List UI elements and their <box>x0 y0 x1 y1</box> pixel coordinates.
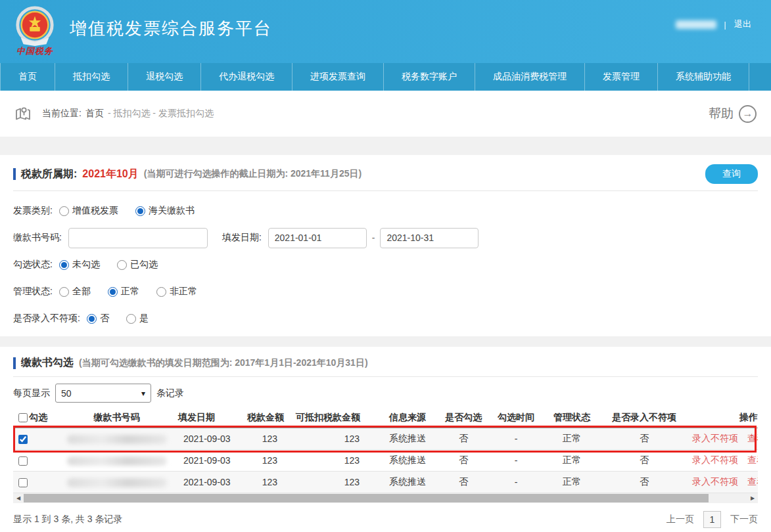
mismatch-row: 是否录入不符项: 否 是 <box>13 309 758 328</box>
query-button[interactable]: 查询 <box>705 164 758 184</box>
app-title: 增值税发票综合服务平台 <box>70 17 272 40</box>
payment-check-section-header: 缴款书勾选 (当期可勾选缴款书的填发日期范围为: 2017年1月1日-2021年… <box>13 347 758 377</box>
manage-status-label: 管理状态: <box>13 286 53 298</box>
payment-no-label: 缴款书号码: <box>13 232 62 244</box>
redacted-username <box>676 20 716 29</box>
nav-tab-agent-refund-check[interactable]: 代办退税勾选 <box>201 63 292 91</box>
table-footer: 显示 1 到 3 条, 共 3 条记录 上一页 1 下一页 <box>13 511 758 528</box>
radio-mismatch-yes[interactable] <box>126 314 136 324</box>
logout-link[interactable]: 退出 <box>734 18 751 30</box>
radio-all[interactable] <box>59 287 69 297</box>
tax-period-note: (当期可进行勾选操作的截止日期为: 2021年11月25日) <box>144 168 362 180</box>
pagination: 上一页 1 下一页 <box>666 511 758 528</box>
nav-tab-oil-consumption-tax[interactable]: 成品油消费税管理 <box>475 63 585 91</box>
select-all-checkbox[interactable] <box>18 413 28 422</box>
page-size-select[interactable]: 50 ▾ <box>55 384 151 403</box>
divider-band <box>0 336 771 347</box>
check-status-row: 勾选状态: 未勾选 已勾选 <box>13 255 758 275</box>
table-row-1[interactable]: 2021-09-03 123 123 系统推送 否 - 正常 否 录入不符项 查… <box>13 428 758 449</box>
help-link[interactable]: 帮助 → <box>709 105 757 123</box>
app-header: 中国税务 增值税发票综合服务平台 | 退出 <box>0 0 771 63</box>
radio-vat-invoice[interactable] <box>59 206 69 216</box>
table-row-3[interactable]: 2021-09-03 123 123 系统推送 否 - 正常 否 录入不符项 查… <box>13 471 758 493</box>
tax-period-value: 2021年10月 <box>82 167 138 181</box>
nav-tab-input-invoice-query[interactable]: 进项发票查询 <box>292 63 384 91</box>
tax-period-section-header: 税款所属期: 2021年10月 (当期可进行勾选操作的截止日期为: 2021年1… <box>13 155 758 191</box>
nav-tab-deduction-check[interactable]: 抵扣勾选 <box>55 63 128 91</box>
payment-no-row: 缴款书号码: 填发日期: - <box>13 228 758 248</box>
row-checkbox[interactable] <box>18 456 28 466</box>
radio-checked[interactable] <box>117 260 127 270</box>
payment-table: 勾选 缴款书号码 填发日期 税款金额 可抵扣税款金额 信息来源 是否勾选 勾选时… <box>13 408 758 493</box>
payment-table-container: 勾选 缴款书号码 填发日期 税款金额 可抵扣税款金额 信息来源 是否勾选 勾选时… <box>13 408 758 493</box>
tax-period-label: 税款所属期: <box>21 167 77 181</box>
page-number-button[interactable]: 1 <box>703 511 721 528</box>
radio-normal[interactable] <box>108 287 118 297</box>
scroll-left-icon[interactable]: ◀ <box>13 493 24 503</box>
logo-caption: 中国税务 <box>16 45 53 57</box>
next-page-button[interactable]: 下一页 <box>730 514 758 525</box>
user-separator: | <box>724 20 726 30</box>
scrollbar-thumb[interactable] <box>24 494 709 502</box>
main-nav: 首页 抵扣勾选 退税勾选 代办退税勾选 进项发票查询 税务数字账户 成品油消费税… <box>0 63 771 91</box>
radio-customs-payment[interactable] <box>135 206 145 216</box>
fill-date-to-input[interactable] <box>380 228 479 248</box>
page-size-prefix: 每页显示 <box>13 388 50 399</box>
section-accent-bar <box>13 357 16 369</box>
check-status-label: 勾选状态: <box>13 259 53 271</box>
redacted-payment-no <box>67 478 167 487</box>
scroll-right-icon[interactable]: ▶ <box>747 493 758 503</box>
divider-band <box>0 137 771 155</box>
invoice-type-label: 发票类别: <box>13 205 53 217</box>
manage-status-row: 管理状态: 全部 正常 非正常 <box>13 282 758 301</box>
table-row-2[interactable]: 2021-09-03 123 123 系统推送 否 - 正常 否 录入不符项 查… <box>13 449 758 471</box>
radio-mismatch-no[interactable] <box>87 314 97 324</box>
nav-tab-refund-check[interactable]: 退税勾选 <box>128 63 201 91</box>
fill-date-from-input[interactable] <box>268 228 367 248</box>
radio-unchecked[interactable] <box>59 260 69 270</box>
page-size-value: 50 <box>61 388 72 399</box>
row-checkbox[interactable] <box>18 435 28 444</box>
view-detail-link[interactable]: 查看明细 <box>747 476 758 487</box>
invoice-type-row: 发票类别: 增值税发票 海关缴款书 <box>13 201 758 221</box>
record-summary: 显示 1 到 3 条, 共 3 条记录 <box>13 514 122 525</box>
row-checkbox[interactable] <box>18 478 28 487</box>
payment-check-note: (当期可勾选缴款书的填发日期范围为: 2017年1月1日-2021年10月31日… <box>79 357 368 369</box>
tax-logo: 中国税务 <box>9 6 60 57</box>
enter-mismatch-link[interactable]: 录入不符项 <box>692 433 738 443</box>
section-accent-bar <box>13 168 16 180</box>
prev-page-button[interactable]: 上一页 <box>666 514 694 525</box>
filter-form: 发票类别: 增值税发票 海关缴款书 缴款书号码: 填发日期: - 勾选状态: 未… <box>13 191 758 328</box>
nav-tab-invoice-management[interactable]: 发票管理 <box>585 63 658 91</box>
fill-date-label: 填发日期: <box>222 232 262 244</box>
enter-mismatch-link[interactable]: 录入不符项 <box>692 476 738 487</box>
payment-check-title: 缴款书勾选 <box>21 356 74 370</box>
breadcrumb-home[interactable]: 首页 <box>85 108 104 120</box>
radio-abnormal[interactable] <box>156 287 166 297</box>
breadcrumb-trail: - 抵扣勾选 - 发票抵扣勾选 <box>108 108 214 120</box>
date-range-dash: - <box>372 233 375 243</box>
chevron-down-icon: ▾ <box>141 389 145 398</box>
page-size-suffix: 条记录 <box>156 388 184 399</box>
nav-tab-home[interactable]: 首页 <box>0 63 55 91</box>
breadcrumb-label: 当前位置: <box>42 108 82 120</box>
redacted-payment-no <box>67 456 167 466</box>
table-header-row: 勾选 缴款书号码 填发日期 税款金额 可抵扣税款金额 信息来源 是否勾选 勾选时… <box>13 408 758 428</box>
user-box: | 退出 <box>676 18 751 30</box>
tax-emblem-icon <box>14 6 55 47</box>
nav-tab-system-aux[interactable]: 系统辅助功能 <box>658 63 749 91</box>
location-pin-icon <box>14 105 32 122</box>
mismatch-label: 是否录入不符项: <box>13 313 80 324</box>
breadcrumb-bar: 当前位置: 首页 - 抵扣勾选 - 发票抵扣勾选 帮助 → <box>0 91 771 137</box>
payment-no-input[interactable] <box>68 228 208 248</box>
enter-mismatch-link[interactable]: 录入不符项 <box>692 454 738 465</box>
horizontal-scrollbar[interactable]: ◀ ▶ <box>13 493 758 503</box>
page-size-row: 每页显示 50 ▾ 条记录 <box>13 384 758 403</box>
view-detail-link[interactable]: 查看明细 <box>747 433 758 443</box>
help-arrow-icon: → <box>739 105 757 123</box>
redacted-payment-no <box>67 435 167 444</box>
view-detail-link[interactable]: 查看明细 <box>747 454 758 465</box>
nav-tab-digital-account[interactable]: 税务数字账户 <box>384 63 475 91</box>
